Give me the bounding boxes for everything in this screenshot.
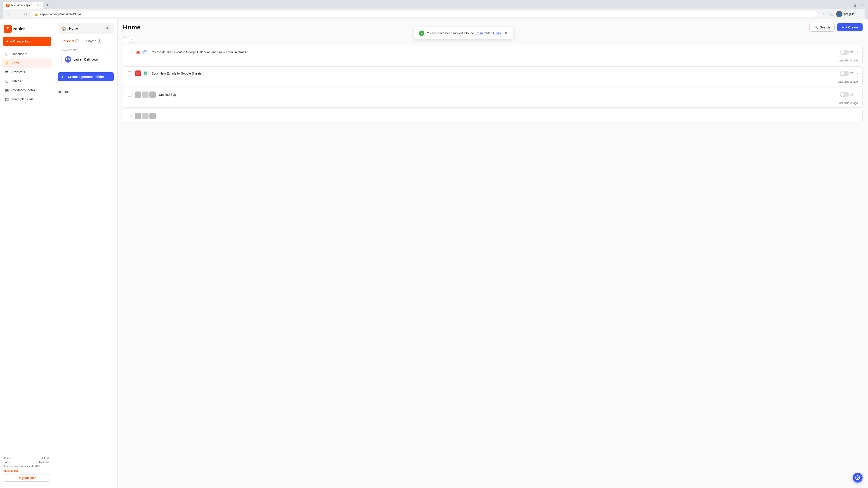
sidebar-nav: ⊞ Dashboard ⚡ Zaps ⇄ Transfers ⊟ Tables … xyxy=(0,50,54,454)
zap-item-4[interactable] xyxy=(123,109,862,123)
folder-panel-top: 🏠 Home + Personal ℹ Shared ℹ xyxy=(54,23,117,72)
create-personal-folder-button[interactable]: + + Create a personal folder xyxy=(58,72,114,81)
home-nav-item[interactable]: 🏠 Home + xyxy=(58,23,114,34)
upgrade-plan-button[interactable]: Upgrade plan xyxy=(4,474,51,482)
personal-info-icon: ℹ xyxy=(75,39,79,43)
zap3-toggle-knob xyxy=(840,93,844,97)
toast-overlay: ✓ 2 Zaps have been moved into the Trash … xyxy=(414,27,513,39)
zap3-last-edit: Last edit: 1d ago xyxy=(838,101,858,105)
folder-panel: 🏠 Home + Personal ℹ Shared ℹ xyxy=(54,20,118,488)
zap3-checkbox[interactable] xyxy=(128,93,132,97)
zap2-icons xyxy=(135,70,149,76)
zap1-checkbox[interactable] xyxy=(128,50,132,54)
search-button[interactable]: 🔍 Search xyxy=(809,23,835,32)
zap1-toggle-track[interactable] xyxy=(840,50,849,55)
table-row: Sync New Emails to Google Sheets Off › L… xyxy=(123,66,863,86)
zaps-label: Zaps xyxy=(4,461,10,464)
tab-close-button[interactable]: ✕ xyxy=(37,4,40,7)
tasks-stat: Tasks 0 / 1,000 xyxy=(4,457,51,460)
tab-personal[interactable]: Personal ℹ xyxy=(58,37,83,45)
zap3-bottom: Last edit: 1d ago xyxy=(123,101,862,107)
toast-message-after: folder. xyxy=(484,31,492,35)
zapier-logo-icon: Z xyxy=(4,25,12,33)
tab-personal-label: Personal xyxy=(61,39,74,43)
zap2-toggle[interactable]: Off xyxy=(840,71,854,76)
user-name: Lauren Deli (you) xyxy=(73,58,98,61)
tables-icon: ⊟ xyxy=(4,79,9,84)
zap2-chevron-icon[interactable]: › xyxy=(857,71,858,75)
bookmarks-button[interactable]: ☆ xyxy=(820,10,827,18)
create-zap-button[interactable]: + + Create Zap xyxy=(3,37,51,46)
maximize-button[interactable]: ⧉ xyxy=(852,2,858,8)
zap1-toggle-knob xyxy=(840,50,844,54)
sidebar-item-zaps[interactable]: ⚡ Zaps xyxy=(2,59,52,68)
zap-item-gmail-cal[interactable]: 31 Create detailed event in Google Calen… xyxy=(123,45,862,59)
sidebar-item-tables[interactable]: ⊟ Tables xyxy=(2,76,52,86)
toast-undo-link[interactable]: Undo xyxy=(493,31,501,35)
address-bar[interactable]: 🔒 zapier.com/app/zaps#hl=1902481 xyxy=(31,11,818,18)
select-dropdown-button[interactable]: ▾ xyxy=(129,36,135,42)
zap3-icon1 xyxy=(135,92,141,98)
zap4-icons xyxy=(135,113,156,119)
zap1-chevron-icon[interactable]: › xyxy=(857,50,858,54)
manage-plan-link[interactable]: Manage plan xyxy=(4,469,51,473)
svg-rect-5 xyxy=(144,72,147,75)
toast-close-button[interactable]: ✕ xyxy=(503,31,508,36)
back-button[interactable]: ← xyxy=(5,10,13,18)
add-folder-button[interactable]: + xyxy=(104,25,111,32)
reload-button[interactable]: ↻ xyxy=(22,10,29,18)
zap4-checkbox[interactable] xyxy=(128,114,132,118)
zapier-logo: Z zapier xyxy=(0,23,54,37)
sidebar-item-interfaces[interactable]: ▣ Interfaces (beta) xyxy=(2,86,52,95)
zap3-icon3 xyxy=(149,92,156,98)
zap-item-email-sheets[interactable]: Sync New Emails to Google Sheets Off › xyxy=(123,67,862,80)
zap3-icons xyxy=(135,92,156,98)
incognito-label: Incognito xyxy=(843,12,855,15)
forward-button[interactable]: → xyxy=(13,10,21,18)
menu-button[interactable]: ⋮ xyxy=(855,10,863,18)
zap4-icon3 xyxy=(149,113,156,119)
sidebar-item-transfers[interactable]: ⇄ Transfers xyxy=(2,68,52,76)
zap3-chevron-icon[interactable]: › xyxy=(857,93,858,97)
table-row: 31 Create detailed event in Google Calen… xyxy=(123,45,863,65)
user-selector[interactable]: LD Lauren Deli (you) xyxy=(61,54,110,65)
zap2-toggle-track[interactable] xyxy=(840,71,849,76)
zap4-icon2 xyxy=(142,113,149,119)
trash-item[interactable]: 🗑 Trash xyxy=(54,88,117,96)
zap1-toggle[interactable]: Off xyxy=(840,50,854,55)
zap3-toggle-track[interactable] xyxy=(840,92,849,97)
owned-by-section: Owned by LD Lauren Deli (you) xyxy=(58,49,114,65)
select-all-checkbox[interactable] xyxy=(123,37,127,41)
toast-trash-link[interactable]: Trash xyxy=(475,31,483,35)
sidebar-item-dashboard[interactable]: ⊞ Dashboard xyxy=(2,50,52,59)
trash-icon: 🗑 xyxy=(58,90,61,94)
sidebar-label-zaps: Zaps xyxy=(12,61,19,65)
folder-divider xyxy=(58,85,114,85)
browser-tabs: Z My Zaps | Zapier ✕ + — ⧉ ✕ xyxy=(3,2,865,8)
zap1-last-edit: Last edit: 1d ago xyxy=(838,59,858,62)
trash-label: Trash xyxy=(63,90,71,94)
app-wrapper: Z zapier + + Create Zap ⊞ Dashboard ⚡ Za… xyxy=(0,20,868,488)
minimize-button[interactable]: — xyxy=(844,2,851,8)
zap3-toggle[interactable]: Off xyxy=(840,92,854,97)
close-window-button[interactable]: ✕ xyxy=(859,2,865,8)
zap2-checkbox[interactable] xyxy=(128,71,132,75)
zaps-icon: ⚡ xyxy=(4,61,9,65)
zap-item-untitled[interactable]: Untitled Zap Off › xyxy=(123,88,862,101)
zap1-icons: 31 xyxy=(135,49,149,55)
create-button[interactable]: + + Create xyxy=(837,23,863,31)
extensions-button[interactable]: ⊡ xyxy=(828,10,835,18)
toast-check-icon: ✓ xyxy=(419,31,424,36)
sidebar-label-transfers: Transfers xyxy=(12,70,25,74)
support-fab-button[interactable] xyxy=(852,473,863,483)
zap3-name: Untitled Zap xyxy=(159,93,837,96)
zap1-toggle-label: Off xyxy=(850,51,854,54)
zap2-name: Sync New Emails to Google Sheets xyxy=(152,72,837,75)
tab-shared[interactable]: Shared ℹ xyxy=(83,37,105,45)
active-tab[interactable]: Z My Zaps | Zapier ✕ xyxy=(3,2,43,8)
zaps-panel: Home 🔍 Search + + Create ▾ xyxy=(118,20,868,488)
sidebar-item-team-plan[interactable]: ▤ Team plan (Trial) xyxy=(2,95,52,104)
new-tab-button[interactable]: + xyxy=(44,2,51,8)
tab-title: My Zaps | Zapier xyxy=(11,4,35,7)
tasks-value: 0 / 1,000 xyxy=(40,457,51,460)
